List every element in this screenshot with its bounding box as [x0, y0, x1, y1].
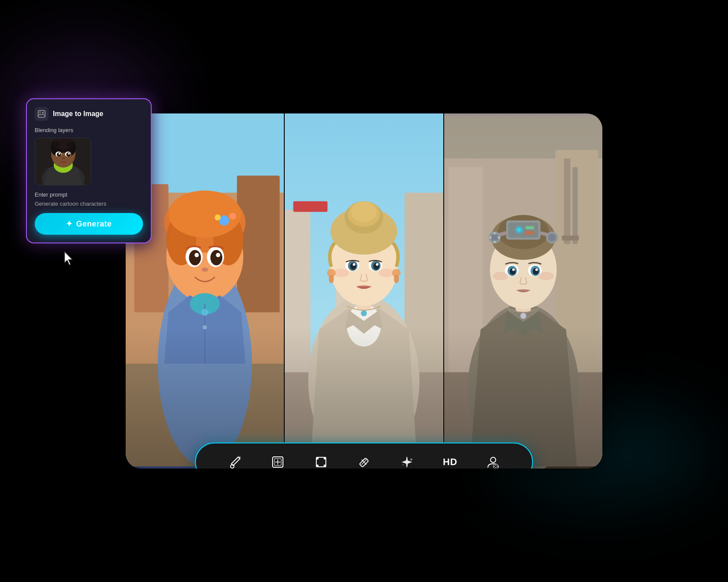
svg-rect-3 — [237, 175, 280, 312]
svg-point-22 — [202, 268, 208, 272]
svg-point-79 — [548, 234, 556, 242]
select-tool-button[interactable] — [310, 451, 332, 469]
svg-rect-60 — [564, 158, 570, 244]
prompt-section: Enter prompt Generate cartoon characters — [35, 191, 143, 207]
images-row — [126, 113, 602, 469]
svg-point-49 — [334, 269, 349, 278]
svg-point-128 — [54, 142, 60, 148]
char-svg-3 — [444, 113, 602, 469]
svg-point-130 — [67, 142, 73, 148]
svg-point-25 — [202, 309, 208, 316]
cursor-pointer — [64, 251, 76, 266]
svg-point-73 — [517, 229, 520, 231]
blending-layer-thumbnail[interactable] — [35, 138, 91, 185]
svg-point-50 — [379, 269, 395, 278]
panel-title: Image to Image — [53, 110, 103, 118]
generate-button[interactable]: ✦ Generate — [35, 213, 143, 235]
svg-rect-116 — [38, 110, 41, 113]
svg-point-94 — [520, 313, 526, 319]
svg-rect-103 — [316, 465, 318, 467]
blending-layers-section: Blending layers — [35, 127, 143, 185]
svg-point-90 — [512, 268, 515, 271]
svg-rect-28 — [285, 210, 310, 381]
bottom-toolbar: HD — [195, 443, 533, 469]
svg-point-108 — [491, 457, 496, 462]
svg-rect-32 — [293, 201, 328, 212]
svg-point-21 — [216, 253, 220, 257]
svg-point-48 — [376, 263, 379, 266]
eraser-tool-button[interactable] — [353, 451, 375, 469]
svg-point-18 — [189, 250, 201, 265]
svg-point-82 — [493, 240, 496, 243]
scene-container: HD — [61, 64, 667, 518]
svg-rect-102 — [324, 457, 326, 459]
svg-rect-75 — [525, 231, 534, 235]
layers-tool-button[interactable] — [266, 451, 289, 469]
svg-point-83 — [489, 236, 491, 239]
svg-point-81 — [497, 236, 500, 239]
svg-rect-61 — [572, 167, 578, 244]
sparkle-icon: ✦ — [66, 219, 73, 229]
svg-rect-62 — [562, 236, 578, 241]
svg-point-52 — [329, 275, 334, 283]
main-panel: HD — [126, 113, 602, 469]
svg-rect-70 — [508, 223, 538, 238]
image-slot-2 — [284, 113, 443, 469]
svg-point-26 — [203, 325, 207, 330]
prompt-text: Generate cartoon characters — [35, 200, 143, 207]
panel-icon — [35, 107, 49, 121]
svg-point-47 — [353, 263, 355, 266]
svg-point-55 — [361, 310, 367, 316]
portrait-tool-button[interactable] — [482, 451, 504, 469]
image-slot-3 — [443, 113, 602, 469]
svg-point-92 — [493, 272, 508, 281]
svg-point-20 — [195, 253, 199, 257]
svg-point-14 — [229, 213, 236, 220]
svg-rect-104 — [324, 465, 326, 467]
brush-tool-button[interactable] — [224, 451, 246, 469]
floating-panel: Image to Image Blending layers — [26, 98, 152, 243]
blending-label: Blending layers — [35, 127, 143, 133]
svg-point-135 — [58, 153, 60, 155]
svg-point-136 — [68, 153, 70, 155]
svg-rect-74 — [525, 226, 534, 230]
svg-point-19 — [210, 250, 222, 265]
svg-point-15 — [214, 214, 221, 220]
hd-button[interactable]: HD — [439, 451, 462, 469]
svg-point-137 — [62, 157, 65, 159]
svg-point-117 — [42, 112, 44, 113]
hd-label: HD — [443, 456, 458, 468]
svg-point-93 — [538, 272, 554, 281]
svg-point-80 — [493, 232, 496, 235]
svg-point-54 — [394, 275, 399, 283]
generate-label: Generate — [76, 220, 112, 229]
panel-header: Image to Image — [35, 107, 143, 121]
svg-point-129 — [60, 139, 67, 146]
svg-point-77 — [491, 234, 498, 242]
svg-point-40 — [351, 202, 377, 222]
svg-rect-101 — [316, 457, 318, 459]
svg-point-91 — [535, 268, 538, 271]
char-svg-2 — [285, 113, 443, 469]
prompt-label: Enter prompt — [35, 191, 143, 198]
magic-tool-button[interactable] — [396, 451, 418, 469]
svg-point-97 — [239, 456, 240, 458]
